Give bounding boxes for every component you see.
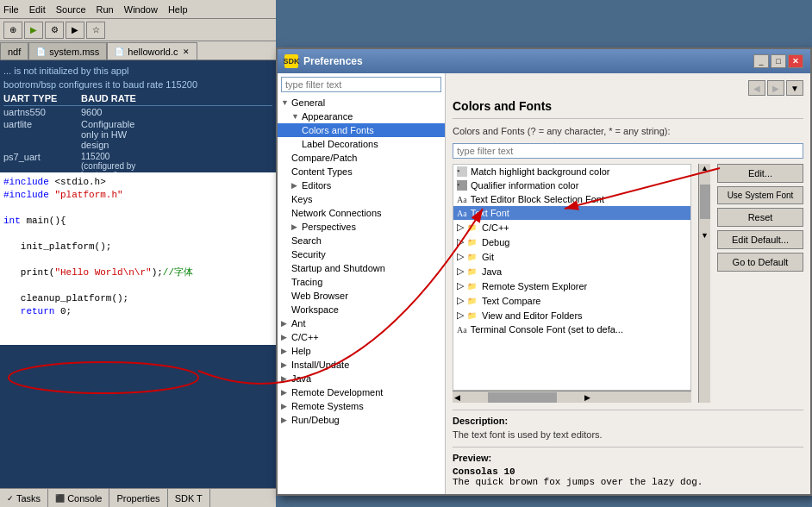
nav-back-button[interactable]: ◀ [748, 80, 765, 96]
menu-window[interactable]: Window [124, 4, 158, 15]
dialog-title-text: Preferences [303, 55, 363, 67]
tab-ndf[interactable]: ndf [0, 42, 28, 59]
menu-run[interactable]: Run [97, 4, 114, 15]
tree-item-workspace[interactable]: Workspace [278, 303, 445, 316]
edit-default-button[interactable]: Edit Default... [717, 230, 803, 249]
font-list-item[interactable]: ▪ Qualifier information color [453, 178, 690, 192]
reset-button[interactable]: Reset [717, 208, 803, 227]
tab-properties[interactable]: Properties [109, 489, 167, 507]
tab-ndf-label: ndf [8, 47, 21, 57]
tree-item-startup-shutdown[interactable]: Startup and Shutdown [278, 261, 445, 275]
close-button[interactable]: ✕ [788, 54, 803, 68]
nav-forward-button[interactable]: ▶ [767, 80, 784, 96]
tree-item-colors-fonts[interactable]: Colors and Fonts [278, 123, 445, 137]
tree-item-security[interactable]: Security [278, 247, 445, 261]
minimize-button[interactable]: _ [753, 54, 769, 68]
tab-helloworld[interactable]: 📄 helloworld.c ✕ [107, 42, 197, 59]
tree-item-perspectives-label: Perspectives [302, 222, 356, 232]
tree-panel: ▼ General ▼ Appearance Colors and Fonts … [278, 73, 446, 494]
font-list-item[interactable]: ▪ Match highlight background color [453, 165, 690, 178]
expand-arrow: ▶ [281, 402, 290, 410]
tree-item-appearance[interactable]: ▼ Appearance [278, 110, 445, 123]
tab-system-mss[interactable]: 📄 system.mss [28, 42, 107, 59]
tree-item-search[interactable]: Search [278, 234, 445, 247]
font-list[interactable]: ▪ Match highlight background color ▪ Qua… [453, 164, 691, 391]
use-system-font-button[interactable]: Use System Font [717, 186, 803, 204]
tree-item-compare-patch[interactable]: Compare/Patch [278, 151, 445, 165]
folder-icon: ▷ [457, 295, 464, 306]
horizontal-scrollbar[interactable]: ◀ ▶ [453, 391, 691, 403]
tree-item-cpp[interactable]: ▶ C/C++ [278, 330, 445, 344]
scroll-down-btn[interactable]: ▼ [701, 231, 709, 240]
scroll-right-btn[interactable]: ▶ [583, 393, 592, 402]
menu-edit[interactable]: Edit [29, 4, 46, 15]
toolbar-btn-2[interactable]: ▶ [24, 22, 43, 39]
font-list-item-debug[interactable]: ▷ 📁 Debug [453, 235, 690, 249]
font-item-label-9: Remote System Explorer [482, 281, 587, 291]
code-editor[interactable]: #include <stdio.h> #include "platform.h"… [0, 172, 276, 345]
tree-item-install-update[interactable]: ▶ Install/Update [278, 358, 445, 372]
tab-tasks[interactable]: ✓ Tasks [0, 489, 48, 507]
menu-source[interactable]: Source [56, 4, 86, 15]
tree-filter-input[interactable] [281, 77, 441, 92]
tree-item-general[interactable]: ▼ General [278, 96, 445, 110]
tree-item-web-browser[interactable]: Web Browser [278, 289, 445, 303]
font-list-item[interactable]: Aa Text Editor Block Selection Font [453, 192, 690, 206]
tree-item-editors[interactable]: ▶ Editors [278, 178, 445, 192]
preview-label: Preview: [453, 453, 803, 463]
dialog-body: ▼ General ▼ Appearance Colors and Fonts … [278, 73, 810, 494]
go-to-default-button[interactable]: Go to Default [717, 253, 803, 272]
tree-item-ant[interactable]: ▶ Ant [278, 316, 445, 330]
font-list-item-git[interactable]: ▷ 📁 Git [453, 249, 690, 264]
content-filter-input[interactable] [453, 143, 803, 159]
font-list-item-rse[interactable]: ▷ 📁 Remote System Explorer [453, 279, 690, 293]
tree-item-keys[interactable]: Keys [278, 192, 445, 206]
font-list-item-view-editor[interactable]: ▷ 📁 View and Editor Folders [453, 308, 690, 322]
font-list-item-java[interactable]: ▷ 📁 Java [453, 264, 690, 279]
vertical-scrollbar[interactable]: ▲ ▼ [698, 164, 710, 403]
tree-item-run-debug[interactable]: ▶ Run/Debug [278, 413, 445, 427]
dialog-title-left: SDK Preferences [284, 54, 363, 68]
tab-console[interactable]: ⬛ Console [48, 489, 109, 507]
maximize-button[interactable]: □ [771, 54, 786, 68]
tree-item-remote-systems[interactable]: ▶ Remote Systems [278, 399, 445, 413]
expand-arrow: ▶ [281, 416, 290, 424]
tree-item-tracing[interactable]: Tracing [278, 275, 445, 289]
tree-item-perspectives[interactable]: ▶ Perspectives [278, 220, 445, 234]
toolbar-btn-3[interactable]: ⚙ [45, 22, 64, 39]
tree-item-java[interactable]: ▶ Java [278, 372, 445, 385]
nav-arrows-row: ◀ ▶ ▼ [453, 80, 803, 96]
tree-item-install-update-label: Install/Update [291, 360, 349, 370]
tree-item-label-decorations[interactable]: Label Decorations [278, 137, 445, 151]
extra-3 [150, 152, 272, 172]
scroll-left-btn[interactable]: ◀ [453, 393, 462, 402]
menu-file[interactable]: File [3, 4, 19, 15]
tree-item-content-types[interactable]: Content Types [278, 165, 445, 178]
tree-item-network-connections[interactable]: Network Connections [278, 206, 445, 220]
preview-font-name: Consolas 10 [453, 466, 803, 477]
scroll-up-btn[interactable]: ▲ [701, 164, 709, 172]
tab-sdk[interactable]: SDK T [168, 489, 210, 507]
preview-text: The quick brown fox jumps over the lazy … [453, 477, 803, 487]
tab-helloworld-label: helloworld.c [128, 47, 178, 57]
menu-help[interactable]: Help [168, 4, 188, 15]
font-list-item-terminal[interactable]: Aa Terminal Console Font (set to defa... [453, 322, 690, 336]
toolbar-btn-5[interactable]: ☆ [86, 22, 105, 39]
horiz-scroll-thumb[interactable] [488, 392, 557, 403]
font-list-item-text-font[interactable]: Aa Text Font [453, 206, 690, 220]
toolbar-btn-4[interactable]: ▶ [66, 22, 84, 39]
tab-helloworld-close[interactable]: ✕ [183, 47, 190, 56]
font-list-item-cpp[interactable]: ▷ 📁 C/C++ [453, 220, 690, 235]
edit-button[interactable]: Edit... [717, 164, 803, 183]
nav-menu-button[interactable]: ▼ [786, 80, 803, 96]
font-list-item-text-compare[interactable]: ▷ 📁 Text Compare [453, 293, 690, 308]
tree-item-help[interactable]: ▶ Help [278, 344, 445, 358]
tree-item-remote-development[interactable]: ▶ Remote Development [278, 385, 445, 399]
code-line: #include <stdio.h> [3, 176, 272, 189]
tree-item-tracing-label: Tracing [291, 277, 322, 287]
tree-item-keys-label: Keys [291, 194, 312, 204]
code-line [3, 279, 272, 292]
scroll-thumb[interactable] [700, 185, 710, 219]
toolbar-btn-1[interactable]: ⊕ [3, 22, 22, 39]
tree-item-editors-label: Editors [302, 180, 331, 191]
